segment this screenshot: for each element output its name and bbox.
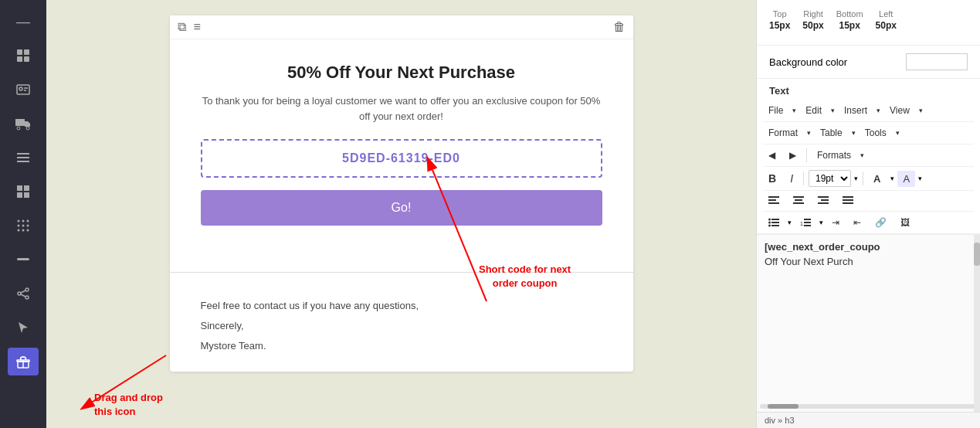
sep3: [863, 172, 863, 185]
font-size-caret: ▾: [854, 175, 858, 182]
svg-rect-14: [24, 185, 29, 191]
svg-point-51: [768, 219, 771, 221]
dash2-icon[interactable]: [8, 246, 39, 273]
apps-grid-icon[interactable]: [8, 212, 39, 239]
ordered-list-btn[interactable]: 1.: [795, 216, 816, 229]
card-main-content: 50% Off Your Next Purchase To thank you …: [170, 39, 633, 256]
view-caret: ▾: [918, 106, 924, 115]
sep1: [806, 148, 807, 162]
truck-icon[interactable]: [8, 110, 39, 138]
delete-icon[interactable]: 🗑: [613, 20, 626, 34]
format-caret: ▾: [806, 128, 812, 138]
svg-rect-49: [843, 199, 853, 201]
outdent-btn[interactable]: ⇤: [848, 215, 866, 230]
formats-btn[interactable]: Formats: [812, 148, 856, 163]
svg-rect-13: [17, 185, 22, 191]
vertical-scrollbar[interactable]: [974, 235, 980, 412]
toolbar-row-5: [763, 191, 974, 212]
font-color-btn[interactable]: A: [868, 171, 887, 187]
spacing-bottom: Bottom 15px: [836, 9, 863, 31]
image-btn[interactable]: 🖼: [895, 215, 915, 230]
undo-btn[interactable]: ◀: [763, 148, 781, 163]
italic-btn[interactable]: I: [785, 170, 799, 187]
svg-point-18: [22, 220, 25, 222]
statusbar: div » h3: [757, 412, 980, 428]
scroll-thumb-v: [974, 243, 980, 266]
svg-rect-1: [24, 49, 29, 55]
svg-rect-3: [24, 56, 29, 62]
align-left-btn[interactable]: [763, 194, 785, 208]
svg-rect-39: [768, 196, 779, 198]
spacing-top: Top 15px: [769, 9, 790, 31]
svg-rect-60: [804, 225, 811, 226]
text-content-area[interactable]: [wec_next_order_coupo Off Your Next Purc…: [757, 234, 980, 412]
scroll-thumb-h: [768, 404, 799, 409]
svg-line-30: [21, 290, 25, 293]
svg-rect-52: [771, 219, 779, 220]
table-menu-btn[interactable]: Table: [815, 125, 848, 141]
right-panel: Top 15px Right 50px Bottom 15px Left 50p…: [756, 0, 980, 428]
horizontal-scrollbar[interactable]: [760, 404, 977, 409]
cursor-icon[interactable]: [8, 314, 39, 341]
background-color-swatch[interactable]: [906, 53, 968, 70]
annotation-short-code: Short code for next order coupon: [479, 263, 571, 290]
unordered-list-caret: ▾: [788, 219, 792, 226]
sep2: [803, 172, 804, 185]
svg-point-27: [25, 288, 29, 291]
card-toolbar: ⧉ ≡ 🗑: [170, 15, 633, 39]
file-caret: ▾: [792, 106, 797, 115]
bg-color-btn[interactable]: A: [897, 171, 915, 187]
svg-rect-41: [768, 202, 779, 204]
redo-btn[interactable]: ▶: [784, 148, 802, 163]
toolbar-row-3: ◀ ▶ Formats▾: [763, 144, 974, 167]
svg-rect-42: [793, 196, 804, 198]
align-justify-btn[interactable]: [837, 194, 859, 208]
contact-card-icon[interactable]: [8, 76, 39, 104]
align-right-btn[interactable]: [812, 194, 834, 208]
svg-rect-46: [821, 199, 829, 201]
canvas-area: ⧉ ≡ 🗑 50% Off Your Next Purchase To than…: [46, 0, 756, 428]
svg-point-19: [27, 220, 29, 222]
svg-rect-47: [818, 202, 829, 204]
svg-point-22: [27, 225, 29, 227]
minus-icon[interactable]: —: [8, 8, 39, 36]
gift-icon[interactable]: [8, 348, 39, 375]
unordered-list-btn[interactable]: [763, 216, 785, 229]
text-line-2: Off Your Next Purch: [765, 256, 972, 267]
text-section-label: Text: [757, 79, 980, 100]
file-menu-btn[interactable]: File: [763, 103, 788, 118]
view-menu-btn[interactable]: View: [884, 103, 915, 118]
go-button[interactable]: Go!: [201, 190, 602, 226]
table-caret: ▾: [851, 128, 856, 138]
menu-icon[interactable]: ≡: [194, 20, 201, 34]
svg-rect-44: [793, 202, 804, 204]
edit-menu-btn[interactable]: Edit: [800, 103, 827, 118]
insert-menu-btn[interactable]: Insert: [839, 103, 873, 118]
grid-2x2-icon[interactable]: [8, 42, 39, 70]
bold-btn[interactable]: B: [763, 170, 782, 187]
blocks-icon[interactable]: [8, 178, 39, 206]
toolbar-row-6: ▾ 1. ▾ ⇥ ⇤ 🔗 🖼: [763, 212, 974, 233]
lines-icon[interactable]: [8, 144, 39, 172]
tools-menu-btn[interactable]: Tools: [860, 125, 892, 141]
format-menu-btn[interactable]: Format: [763, 125, 803, 141]
spacing-right: Right 50px: [802, 9, 823, 31]
ordered-list-caret: ▾: [819, 219, 823, 226]
footer-line-2: Sincerely,: [201, 316, 602, 336]
toolbar-row-4: B I 19pt ▾ A ▾ A ▾: [763, 167, 974, 191]
left-sidebar: —: [0, 0, 46, 428]
svg-point-17: [18, 220, 20, 222]
card-footer: Feel free to contact us if you have any …: [170, 288, 633, 372]
svg-rect-50: [843, 202, 853, 204]
svg-rect-16: [24, 192, 29, 198]
share-icon[interactable]: [8, 280, 39, 307]
link-btn[interactable]: 🔗: [870, 215, 892, 230]
copy-icon[interactable]: ⧉: [178, 20, 186, 34]
insert-caret: ▾: [876, 106, 881, 115]
indent-btn[interactable]: ⇥: [826, 215, 845, 230]
formats-caret: ▾: [860, 151, 865, 160]
svg-rect-54: [771, 222, 779, 223]
svg-rect-43: [795, 199, 802, 201]
font-size-select[interactable]: 19pt: [809, 170, 851, 187]
align-center-btn[interactable]: [788, 194, 809, 208]
